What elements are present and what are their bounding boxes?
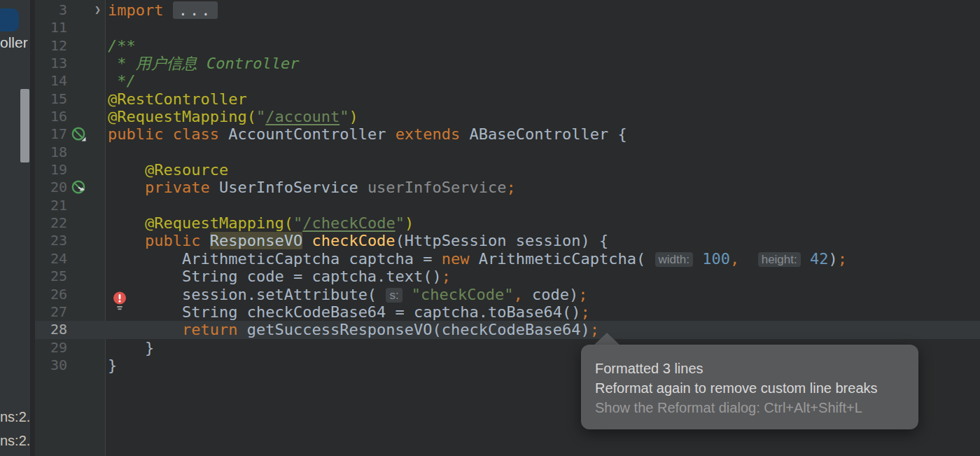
gutter-icon-slot <box>67 286 106 303</box>
line-number[interactable]: 12 <box>35 37 67 55</box>
code-line[interactable]: 23 public ResponseVO checkCode(HttpSessi… <box>35 232 980 249</box>
line-number[interactable]: 28 <box>35 321 67 338</box>
line-number[interactable]: 19 <box>35 161 67 179</box>
code-line[interactable]: 18 <box>35 144 980 161</box>
gutter-icon-slot <box>67 250 106 268</box>
code-text[interactable]: public ResponseVO checkCode(HttpSession … <box>106 232 980 249</box>
code-text[interactable]: String code = captcha.text(); <box>106 268 980 285</box>
mapping-path-link[interactable]: /checkCode <box>302 214 395 232</box>
code-text[interactable]: return getSuccessResponseVO(checkCodeBas… <box>106 321 980 338</box>
code-line[interactable]: 19 @Resource <box>35 161 980 179</box>
code-line[interactable]: 15@RestController <box>35 90 980 108</box>
notification-message: Reformat again to remove custom line bre… <box>595 378 918 398</box>
code-line[interactable]: 22 @RequestMapping("/checkCode") <box>35 214 980 232</box>
line-number[interactable]: 20 <box>35 179 67 196</box>
code-line[interactable]: 21 <box>35 197 980 214</box>
code-line[interactable]: 12/** <box>35 37 980 55</box>
code-text[interactable]: import ... <box>106 1 980 19</box>
code-line[interactable]: 25 String code = captcha.text(); <box>35 268 980 285</box>
code-line[interactable]: 28 return getSuccessResponseVO(checkCode… <box>35 321 980 338</box>
code-text[interactable]: private UserInfoService userInfoService; <box>106 179 980 196</box>
line-number[interactable]: 11 <box>35 19 67 36</box>
code-text[interactable]: session.setAttribute( s: "checkCode", co… <box>106 286 980 303</box>
code-line[interactable]: 17public class AccountController extends… <box>35 125 980 143</box>
code-text[interactable] <box>106 144 980 161</box>
line-number[interactable]: 27 <box>35 303 67 321</box>
code-line[interactable]: 14 */ <box>35 72 980 90</box>
gutter-icon-slot <box>67 197 106 214</box>
gutter-icon-slot <box>67 72 106 90</box>
mapping-path-link[interactable]: /account <box>265 108 340 125</box>
line-number[interactable]: 24 <box>35 250 67 268</box>
line-number[interactable]: 13 <box>35 55 67 72</box>
external-library-item[interactable]: ns:2.1 <box>0 409 30 425</box>
code-text[interactable] <box>106 197 980 214</box>
gutter-icon-slot <box>67 232 106 249</box>
gutter-icon-slot <box>67 268 106 285</box>
line-number[interactable]: 15 <box>35 90 67 108</box>
line-number[interactable]: 21 <box>35 197 67 214</box>
line-number[interactable]: 30 <box>35 357 67 374</box>
line-number[interactable]: 22 <box>35 214 67 232</box>
line-number[interactable]: 17 <box>35 125 67 143</box>
project-tree-item-controller[interactable]: oller <box>0 34 30 51</box>
gutter-icon-slot <box>67 339 106 357</box>
project-panel: oller ns:2.1 ns:2.1 <box>0 0 30 456</box>
line-number[interactable]: 3 <box>35 1 67 19</box>
code-text[interactable] <box>106 19 980 36</box>
line-number[interactable]: 16 <box>35 108 67 125</box>
code-text[interactable]: String checkCodeBase64 = captcha.toBase6… <box>106 303 980 321</box>
code-line[interactable]: 20 private UserInfoService userInfoServi… <box>35 179 980 196</box>
code-text[interactable]: ArithmeticCaptcha captcha = new Arithmet… <box>106 250 980 268</box>
gutter-icon-slot <box>67 19 106 36</box>
fold-chevron-icon[interactable]: ❯ <box>94 1 101 19</box>
code-text[interactable]: @Resource <box>106 161 980 179</box>
error-lightbulb-icon[interactable] <box>112 291 127 311</box>
gutter-icon-slot <box>67 108 106 125</box>
line-number[interactable]: 23 <box>35 232 67 249</box>
notification-shortcut-hint: Show the Reformat dialog: Ctrl+Alt+Shift… <box>595 398 918 417</box>
autowired-bean-icon[interactable] <box>67 179 106 196</box>
code-text[interactable]: @RequestMapping("/checkCode") <box>106 214 980 232</box>
code-text[interactable]: @RequestMapping("/account") <box>106 108 980 125</box>
gutter-icon-slot <box>67 55 106 72</box>
code-line[interactable]: 24 ArithmeticCaptcha captcha = new Arith… <box>35 250 980 268</box>
code-text[interactable]: @RestController <box>106 90 980 108</box>
folded-imports-region[interactable]: ... <box>173 1 218 19</box>
spring-bean-icon[interactable] <box>67 125 106 143</box>
gutter-icon-slot <box>67 161 106 179</box>
code-line[interactable]: 3❯import ... <box>35 1 980 19</box>
code-text[interactable]: /** <box>106 37 980 55</box>
gutter-icon-slot <box>67 214 106 232</box>
tool-window-selected-tab[interactable] <box>0 8 19 32</box>
inlay-hint: height: <box>758 252 801 267</box>
code-lines: 3❯import ...1112/**13 * 用户信息 Controller1… <box>35 1 980 374</box>
notification-title: Formatted 3 lines <box>595 359 918 378</box>
gutter-icon-slot <box>67 321 106 338</box>
code-text[interactable]: * 用户信息 Controller <box>106 55 980 72</box>
line-number[interactable]: 26 <box>35 286 67 303</box>
code-line[interactable]: 16@RequestMapping("/account") <box>35 108 980 125</box>
code-line[interactable]: 11 <box>35 19 980 36</box>
code-line[interactable]: 26 session.setAttribute( s: "checkCode",… <box>35 286 980 303</box>
line-number[interactable]: 14 <box>35 72 67 90</box>
external-library-item[interactable]: ns:2.1 <box>0 433 30 449</box>
line-number[interactable]: 25 <box>35 268 67 285</box>
inlay-hint: width: <box>655 252 693 267</box>
reformat-notification-popup: Formatted 3 lines Reformat again to remo… <box>581 345 918 429</box>
gutter-icon-slot <box>67 37 106 55</box>
code-line[interactable]: 13 * 用户信息 Controller <box>35 55 980 72</box>
gutter-icon-slot <box>67 90 106 108</box>
code-line[interactable]: 27 String checkCodeBase64 = captcha.toBa… <box>35 303 980 321</box>
code-text[interactable]: */ <box>106 72 980 90</box>
panel-divider[interactable] <box>30 0 35 456</box>
line-number[interactable]: 18 <box>35 144 67 161</box>
project-panel-scrollbar[interactable] <box>20 89 29 163</box>
gutter-icon-slot <box>67 144 106 161</box>
gutter-icon-slot <box>67 357 106 374</box>
gutter-icon-slot <box>67 303 106 321</box>
inlay-hint: s: <box>386 288 402 303</box>
code-text[interactable]: public class AccountController extends A… <box>106 125 980 143</box>
line-number[interactable]: 29 <box>35 339 67 357</box>
